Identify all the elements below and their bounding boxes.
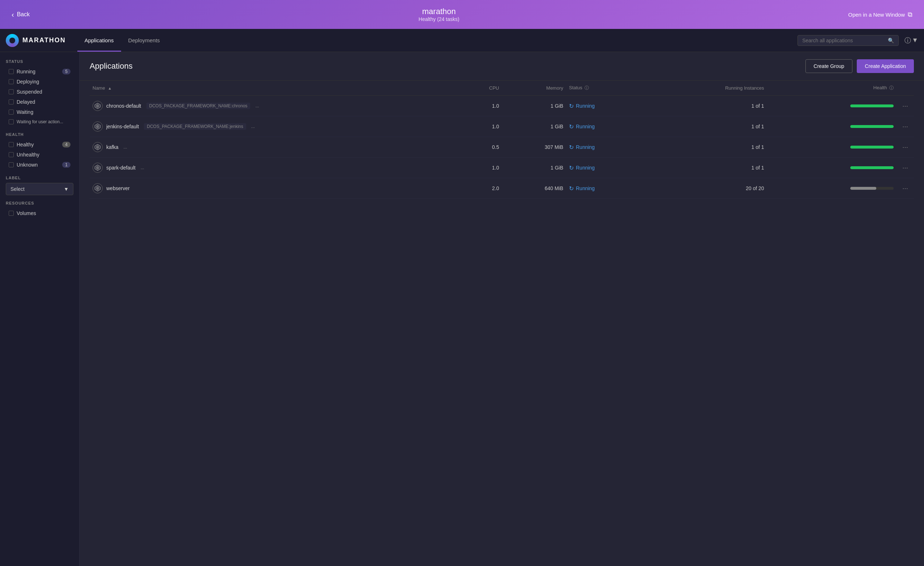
more-button-jenkins-default[interactable]: ⋯ xyxy=(899,122,911,132)
table-header: Name ▲ CPU Memory Status ⓘ xyxy=(90,81,914,96)
status-text: Running xyxy=(576,186,595,191)
nav-tabs: Applications Deployments xyxy=(77,29,167,52)
suspended-checkbox[interactable] xyxy=(9,89,14,94)
instances-webserver: 20 of 20 xyxy=(649,178,767,199)
more-actions-jenkins-default: ⋯ xyxy=(897,116,914,137)
sidebar-item-healthy[interactable]: Healthy 4 xyxy=(6,139,74,150)
waiting-user-checkbox[interactable] xyxy=(9,119,14,124)
open-new-window-button[interactable]: Open in a New Window ⧉ xyxy=(848,11,912,18)
create-group-button[interactable]: Create Group xyxy=(806,59,853,73)
delayed-checkbox[interactable] xyxy=(9,99,14,105)
svg-point-11 xyxy=(97,167,98,168)
status-chronos-default: ↻ Running xyxy=(566,96,649,116)
status-section-title: STATUS xyxy=(6,59,74,64)
sidebar-item-suspended[interactable]: Suspended xyxy=(6,87,74,97)
health-bar xyxy=(850,125,894,128)
health-spark-default xyxy=(767,157,897,178)
service-subtitle: Healthy (24 tasks) xyxy=(418,16,459,22)
more-button-webserver[interactable]: ⋯ xyxy=(899,184,911,193)
back-button[interactable]: ‹ Back xyxy=(12,10,30,19)
tab-applications[interactable]: Applications xyxy=(77,29,121,52)
app-name-text[interactable]: chronos-default xyxy=(106,103,141,109)
health-bar-fill xyxy=(850,187,876,190)
sidebar-item-unknown[interactable]: Unknown 1 xyxy=(6,160,74,170)
more-button-chronos-default[interactable]: ⋯ xyxy=(899,101,911,111)
nav-bar: MARATHON Applications Deployments 🔍 ⓘ ▼ xyxy=(0,29,924,52)
back-arrow-icon: ‹ xyxy=(12,10,14,19)
sidebar-item-delayed[interactable]: Delayed xyxy=(6,97,74,107)
running-checkbox[interactable] xyxy=(9,69,14,74)
app-icon-jenkins-default xyxy=(93,121,103,132)
label-select[interactable]: Select ▼ xyxy=(6,183,74,195)
more-tags[interactable]: ... xyxy=(141,165,144,170)
health-help-icon[interactable]: ⓘ xyxy=(889,85,894,90)
content-area: Applications Create Group Create Applica… xyxy=(80,52,924,566)
search-box: 🔍 xyxy=(798,35,899,46)
main-layout: STATUS Running 5 Deploying Suspended Del… xyxy=(0,52,924,566)
more-button-spark-default[interactable]: ⋯ xyxy=(899,163,911,173)
app-tag: DCOS_PACKAGE_FRAMEWORK_NAME:jenkins xyxy=(144,123,246,130)
sidebar-item-volumes[interactable]: Volumes xyxy=(6,208,74,218)
sidebar-item-waiting-user[interactable]: Waiting for user action... xyxy=(6,117,74,126)
unknown-checkbox[interactable] xyxy=(9,162,14,167)
app-icon-webserver xyxy=(93,183,103,193)
top-bar-center: marathon Healthy (24 tasks) xyxy=(418,7,459,22)
tab-deployments[interactable]: Deployments xyxy=(121,29,167,52)
more-tags[interactable]: ... xyxy=(251,124,255,129)
logo-inner xyxy=(9,37,15,43)
cpu-jenkins-default: 1.0 xyxy=(460,116,502,137)
more-button-kafka[interactable]: ⋯ xyxy=(899,142,911,152)
sidebar-item-running[interactable]: Running 5 xyxy=(6,66,74,76)
app-tag: DCOS_PACKAGE_FRAMEWORK_NAME:chronos xyxy=(146,103,250,109)
more-tags[interactable]: ... xyxy=(123,145,127,150)
logo-text: MARATHON xyxy=(22,36,66,44)
unhealthy-checkbox[interactable] xyxy=(9,152,14,157)
create-application-button[interactable]: Create Application xyxy=(857,59,914,73)
col-name[interactable]: Name ▲ xyxy=(90,81,460,96)
help-button[interactable]: ⓘ ▼ xyxy=(904,36,918,45)
app-name-text[interactable]: jenkins-default xyxy=(106,124,139,129)
instances-kafka: 1 of 1 xyxy=(649,137,767,157)
status-running-icon: ↻ xyxy=(569,185,574,192)
app-name-text[interactable]: spark-default xyxy=(106,165,136,171)
help-chevron-icon: ▼ xyxy=(912,36,918,44)
logo-icon xyxy=(6,34,19,47)
nav-right: 🔍 ⓘ ▼ xyxy=(798,35,918,46)
app-name-cell-webserver: webserver xyxy=(90,178,460,199)
sidebar-item-unhealthy[interactable]: Unhealthy xyxy=(6,150,74,160)
app-name-text[interactable]: kafka xyxy=(106,144,118,150)
app-name-text[interactable]: webserver xyxy=(106,186,130,191)
health-webserver xyxy=(767,178,897,199)
sidebar-item-waiting[interactable]: Waiting xyxy=(6,107,74,117)
app-icon-kafka xyxy=(93,142,103,152)
running-badge: 5 xyxy=(62,69,70,75)
instances-jenkins-default: 1 of 1 xyxy=(649,116,767,137)
external-link-icon: ⧉ xyxy=(908,11,912,18)
status-help-icon[interactable]: ⓘ xyxy=(585,85,589,90)
sidebar-item-deploying[interactable]: Deploying xyxy=(6,76,74,87)
col-health: Health ⓘ xyxy=(767,81,897,96)
health-section-title: HEALTH xyxy=(6,132,74,136)
more-tags[interactable]: ... xyxy=(255,103,259,108)
svg-point-14 xyxy=(97,188,98,189)
search-input[interactable] xyxy=(802,37,885,43)
cpu-webserver: 2.0 xyxy=(460,178,502,199)
health-bar xyxy=(850,166,894,169)
app-name-cell-jenkins-default: jenkins-default DCOS_PACKAGE_FRAMEWORK_N… xyxy=(90,116,460,137)
health-bar-fill xyxy=(850,146,894,148)
table-row: chronos-default DCOS_PACKAGE_FRAMEWORK_N… xyxy=(90,96,914,116)
deploying-checkbox[interactable] xyxy=(9,79,14,84)
cpu-spark-default: 1.0 xyxy=(460,157,502,178)
waiting-label: Waiting xyxy=(16,109,33,115)
healthy-checkbox[interactable] xyxy=(9,142,14,147)
sidebar: STATUS Running 5 Deploying Suspended Del… xyxy=(0,52,80,566)
col-running-instances: Running Instances xyxy=(649,81,767,96)
memory-jenkins-default: 1 GiB xyxy=(502,116,567,137)
service-title: marathon xyxy=(418,7,459,16)
app-icon-chronos-default xyxy=(93,101,103,111)
waiting-checkbox[interactable] xyxy=(9,109,14,115)
sort-icon: ▲ xyxy=(108,86,112,90)
waiting-user-label: Waiting for user action... xyxy=(16,119,63,124)
volumes-checkbox[interactable] xyxy=(9,211,14,216)
health-bar-fill xyxy=(850,105,894,107)
